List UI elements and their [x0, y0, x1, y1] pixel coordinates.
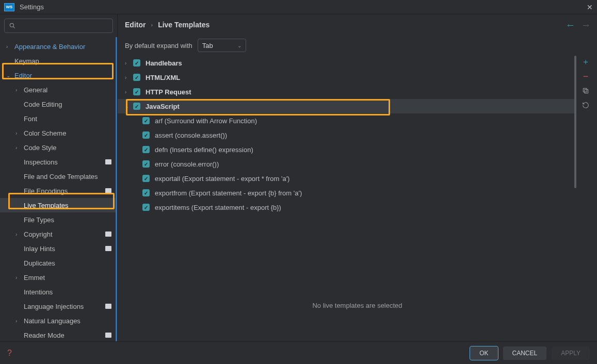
nav-back-icon[interactable]: 🡐: [567, 22, 574, 28]
template-group-label: HTML/XML: [146, 74, 180, 81]
expand-label: By default expand with: [125, 42, 192, 49]
chevron-icon: [125, 104, 131, 109]
sidebar-item[interactable]: File and Code Templates: [0, 169, 116, 184]
sidebar-item-label: Code Editing: [24, 101, 111, 108]
chevron-icon: [6, 73, 11, 78]
sidebar-item[interactable]: Live Templates: [0, 198, 116, 212]
project-badge-icon: [105, 304, 111, 309]
copy-icon[interactable]: [582, 87, 590, 95]
template-item[interactable]: exportitems (Export statement - export {…: [118, 200, 576, 214]
sidebar-item[interactable]: Appearance & Behavior: [0, 39, 116, 54]
sidebar-item[interactable]: Natural Languages: [0, 313, 116, 328]
chevron-icon: [125, 89, 131, 95]
template-group[interactable]: HTTP Request: [118, 85, 576, 99]
sidebar-item[interactable]: Emmet: [0, 270, 116, 285]
sidebar-item[interactable]: Inlay Hints: [0, 241, 116, 256]
sidebar-item[interactable]: Editor: [0, 68, 116, 82]
svg-rect-3: [583, 88, 587, 92]
template-group[interactable]: JavaScript: [118, 99, 576, 113]
sidebar-item[interactable]: Code Editing: [0, 97, 116, 111]
template-item[interactable]: assert (console.assert()): [118, 128, 576, 142]
project-badge-icon: [105, 333, 111, 338]
checkbox[interactable]: [133, 74, 140, 81]
nav-arrows: 🡐 🡒: [567, 22, 590, 28]
template-item[interactable]: exportall (Export statement - export * f…: [118, 171, 576, 186]
breadcrumb: Editor › Live Templates: [125, 21, 209, 29]
sidebar-item[interactable]: Code Style: [0, 140, 116, 155]
project-badge-icon: [105, 231, 111, 237]
sidebar-item-label: Live Templates: [24, 202, 111, 209]
revert-icon[interactable]: [582, 101, 590, 109]
sidebar-item-label: Duplicates: [24, 259, 111, 267]
ok-button[interactable]: OK: [470, 346, 497, 360]
sidebar-item-label: Color Scheme: [24, 129, 111, 137]
sidebar-item[interactable]: File Types: [0, 212, 116, 227]
checkbox[interactable]: [133, 59, 140, 67]
sidebar-item-label: Keymap: [14, 57, 111, 65]
template-item-label: assert (console.assert()): [155, 131, 227, 139]
sidebar-item-label: Inspections: [24, 158, 105, 166]
remove-icon[interactable]: −: [582, 72, 590, 80]
chevron-icon: [6, 44, 11, 49]
chevron-icon: [15, 145, 21, 151]
search-field[interactable]: [19, 22, 108, 29]
help-icon[interactable]: ?: [7, 349, 12, 358]
checkbox[interactable]: [133, 88, 140, 95]
sidebar-item[interactable]: Duplicates: [0, 256, 116, 270]
sidebar-item-label: File Types: [24, 216, 111, 224]
sidebar-item[interactable]: Copyright: [0, 227, 116, 241]
add-icon[interactable]: ＋: [582, 58, 590, 66]
expand-select[interactable]: Tab ⌄: [198, 39, 246, 52]
detail-empty-text: No live templates are selected: [312, 302, 402, 309]
template-item-label: exportfrom (Export statement - export {b…: [155, 189, 302, 197]
checkbox[interactable]: [133, 103, 140, 110]
sidebar-item[interactable]: Language Injections: [0, 299, 116, 313]
breadcrumb-editor[interactable]: Editor: [125, 21, 146, 29]
sidebar-item-label: Copyright: [24, 230, 105, 238]
template-group[interactable]: Handlebars: [118, 56, 576, 70]
search-input[interactable]: [4, 19, 113, 33]
action-column: ＋ −: [576, 56, 595, 269]
svg-line-1: [13, 27, 15, 28]
sidebar-item[interactable]: Font: [0, 111, 116, 126]
template-list[interactable]: HandlebarsHTML/XMLHTTP RequestJavaScript…: [118, 56, 576, 269]
checkbox[interactable]: [142, 189, 150, 196]
settings-tree[interactable]: Appearance & BehaviorKeymapEditorGeneral…: [0, 37, 117, 341]
sidebar-item-label: Language Injections: [24, 303, 105, 310]
sidebar-item-label: Emmet: [24, 274, 111, 282]
checkbox[interactable]: [142, 131, 150, 139]
apply-button: APPLY: [552, 346, 590, 360]
sidebar-item[interactable]: Keymap: [0, 54, 116, 68]
template-group[interactable]: HTML/XML: [118, 70, 576, 85]
expand-select-value: Tab: [202, 42, 213, 49]
checkbox[interactable]: [142, 175, 150, 182]
checkbox[interactable]: [142, 146, 150, 153]
chevron-icon: [125, 60, 131, 66]
scrollbar[interactable]: [574, 56, 576, 188]
template-item[interactable]: arf (Surround with Arrow Function): [118, 113, 576, 128]
checkbox[interactable]: [142, 117, 150, 124]
chevron-icon: [125, 75, 131, 80]
sidebar-item-label: Inlay Hints: [24, 245, 105, 253]
nav-forward-icon: 🡒: [583, 22, 590, 28]
sidebar-item[interactable]: Intentions: [0, 285, 116, 299]
sidebar-item[interactable]: Color Scheme: [0, 126, 116, 140]
cancel-button[interactable]: CANCEL: [503, 346, 547, 360]
chevron-icon: [15, 275, 21, 280]
sidebar-item-label: Reader Mode: [24, 332, 105, 339]
sidebar-item[interactable]: Reader Mode: [0, 328, 116, 341]
close-icon[interactable]: ✕: [587, 3, 593, 11]
checkbox[interactable]: [142, 204, 150, 211]
template-item[interactable]: error (console.error()): [118, 157, 576, 171]
chevron-icon: [15, 318, 21, 324]
sidebar-item-label: Natural Languages: [24, 317, 111, 325]
sidebar-item[interactable]: Inspections: [0, 155, 116, 169]
main-panel: Editor › Live Templates 🡐 🡒 By default e…: [118, 14, 597, 341]
template-item[interactable]: defn (Inserts define() expression): [118, 142, 576, 157]
template-item[interactable]: exportfrom (Export statement - export {b…: [118, 186, 576, 200]
sidebar-item[interactable]: General: [0, 82, 116, 97]
sidebar-item[interactable]: File Encodings: [0, 184, 116, 198]
checkbox[interactable]: [142, 160, 150, 168]
button-row: ? OK CANCEL APPLY: [0, 341, 597, 364]
project-badge-icon: [105, 159, 111, 164]
